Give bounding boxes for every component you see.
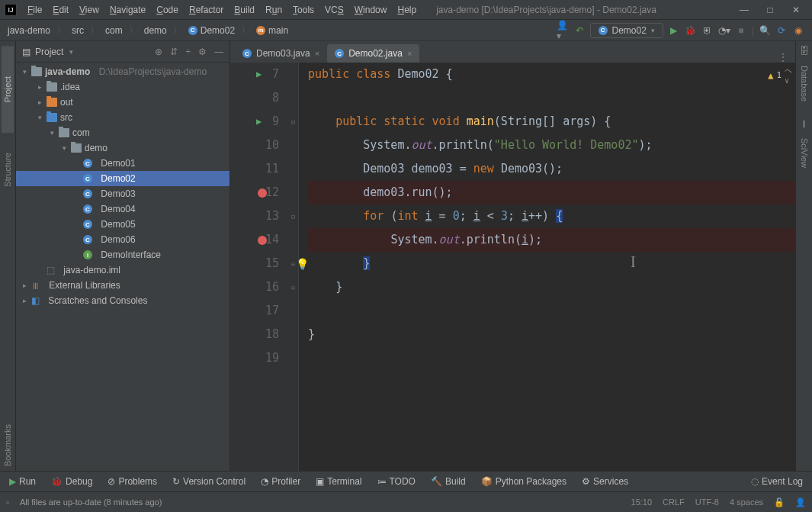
run-gutter-icon[interactable]: ▶ bbox=[256, 63, 262, 86]
fold-column[interactable]: ⊟ ⊟ 💡⊖ ⊖ bbox=[288, 63, 299, 471]
tree-scratches[interactable]: ▸◧ Scratches and Consoles bbox=[16, 293, 229, 308]
bc-com[interactable]: com bbox=[102, 24, 126, 37]
ide-icon[interactable]: ◉ bbox=[792, 24, 804, 37]
project-tree: ▾java-demo D:\IdeaProjects\java-demo ▸.i… bbox=[16, 63, 229, 471]
bc-class[interactable]: CDemo02 bbox=[185, 24, 238, 37]
tree-src[interactable]: ▾src bbox=[16, 110, 229, 125]
run-button[interactable]: ▶ bbox=[668, 24, 680, 37]
menu-file[interactable]: File bbox=[23, 3, 47, 17]
menu-navigate[interactable]: Navigate bbox=[105, 3, 150, 17]
menu-tools[interactable]: Tools bbox=[288, 3, 319, 17]
run-gutter-icon[interactable]: ▶ bbox=[256, 110, 262, 134]
bb-version-control[interactable]: ↻Version Control bbox=[169, 475, 249, 488]
code-editor[interactable]: ▶7 8 ▶9 10 11 12 13 14 15 16 17 18 19 ⊟ … bbox=[230, 63, 795, 471]
run-configuration[interactable]: CDemo02 bbox=[590, 23, 663, 38]
close-icon[interactable]: × bbox=[315, 49, 319, 58]
tree-root[interactable]: ▾java-demo D:\IdeaProjects\java-demo bbox=[16, 64, 229, 79]
tree-ext-lib[interactable]: ▸⫼ External Libraries bbox=[16, 278, 229, 293]
breakpoint-icon[interactable] bbox=[258, 236, 267, 245]
expand-all-icon[interactable]: ⇵ bbox=[170, 47, 178, 57]
status-message: All files are up-to-date (8 minutes ago) bbox=[20, 498, 621, 507]
bc-project[interactable]: java-demo bbox=[5, 24, 53, 37]
fold-icon[interactable]: ⊟ bbox=[288, 110, 298, 134]
line-separator[interactable]: CRLF bbox=[663, 498, 685, 507]
tree-file[interactable]: I DemoInterface bbox=[16, 247, 229, 262]
gutter[interactable]: ▶7 8 ▶9 10 11 12 13 14 15 16 17 18 19 bbox=[230, 63, 288, 471]
tree-file[interactable]: C Demo04 bbox=[16, 201, 229, 217]
tabs-more-icon[interactable]: ⋮ bbox=[771, 52, 795, 63]
bc-demo[interactable]: demo bbox=[141, 24, 170, 37]
tree-file-selected[interactable]: C Demo02 bbox=[16, 171, 229, 186]
menu-code[interactable]: Code bbox=[152, 3, 183, 17]
code-content[interactable]: public class Demo02 { public static void… bbox=[299, 63, 795, 471]
bb-services[interactable]: ⚙Services bbox=[579, 475, 631, 488]
close-icon[interactable]: × bbox=[407, 49, 412, 58]
bb-profiler[interactable]: ◔Profiler bbox=[258, 475, 303, 488]
coverage-button[interactable]: ⛨ bbox=[701, 24, 714, 37]
menu-view[interactable]: View bbox=[75, 3, 104, 17]
readonly-icon[interactable]: 🔓 bbox=[774, 498, 785, 507]
tree-file[interactable]: C Demo06 bbox=[16, 232, 229, 247]
tree-file[interactable]: C Demo03 bbox=[16, 186, 229, 201]
bb-run[interactable]: ▶Run bbox=[6, 475, 39, 488]
debug-button[interactable]: 🐞 bbox=[685, 24, 697, 37]
title-bar: IJ File Edit View Navigate Code Refactor… bbox=[0, 0, 812, 20]
warning-icon[interactable]: ▲ bbox=[768, 70, 773, 81]
class-icon: C bbox=[83, 235, 92, 244]
tree-demo[interactable]: ▾demo bbox=[16, 140, 229, 156]
stop-button[interactable]: ■ bbox=[735, 24, 747, 37]
tree-idea[interactable]: ▸.idea bbox=[16, 79, 229, 95]
search-icon[interactable]: 🔍 bbox=[759, 24, 771, 37]
fold-icon[interactable]: ⊟ bbox=[288, 204, 298, 228]
menu-window[interactable]: Window bbox=[350, 3, 392, 17]
add-config-icon[interactable]: 👤▾ bbox=[557, 24, 569, 37]
tree-com[interactable]: ▾com bbox=[16, 125, 229, 140]
menu-help[interactable]: Help bbox=[393, 3, 421, 17]
rail-bookmarks[interactable]: Bookmarks bbox=[3, 420, 12, 471]
sciview-icon[interactable]: ⫿ bbox=[802, 118, 807, 129]
menu-run[interactable]: Run bbox=[261, 3, 287, 17]
file-encoding[interactable]: UTF-8 bbox=[695, 498, 719, 507]
rail-structure[interactable]: Structure bbox=[3, 148, 12, 192]
tree-file[interactable]: C Demo05 bbox=[16, 217, 229, 232]
tab-demo03[interactable]: CDemo03.java× bbox=[235, 44, 327, 63]
bb-event-log[interactable]: ◌Event Log bbox=[748, 475, 806, 488]
inspection-icon[interactable]: 👤 bbox=[795, 498, 806, 507]
select-opened-icon[interactable]: ⊕ bbox=[155, 47, 162, 57]
tab-demo02[interactable]: CDemo02.java× bbox=[327, 44, 419, 63]
bc-method[interactable]: mmain bbox=[253, 24, 291, 37]
bc-src[interactable]: src bbox=[69, 24, 87, 37]
bb-python-packages[interactable]: 📦Python Packages bbox=[478, 475, 570, 488]
hide-icon[interactable]: — bbox=[214, 47, 223, 57]
rail-sciview[interactable]: SciView bbox=[800, 134, 809, 172]
settings-icon[interactable]: ⚙ bbox=[198, 47, 207, 57]
menu-vcs[interactable]: VCS bbox=[320, 3, 348, 17]
tree-iml[interactable]: ⬚ java-demo.iml bbox=[16, 262, 229, 278]
profile-button[interactable]: ◔▾ bbox=[718, 24, 730, 37]
menu-refactor[interactable]: Refactor bbox=[185, 3, 228, 17]
status-icon[interactable]: ▫ bbox=[6, 498, 9, 507]
database-icon[interactable]: 🗄 bbox=[800, 46, 809, 56]
bb-build[interactable]: 🔨Build bbox=[428, 475, 469, 488]
bb-terminal[interactable]: ▣Terminal bbox=[313, 475, 364, 488]
tree-file[interactable]: C Demo01 bbox=[16, 156, 229, 171]
tree-out[interactable]: ▸out bbox=[16, 95, 229, 110]
back-arrow-icon[interactable]: ↶ bbox=[573, 24, 586, 37]
rail-project[interactable]: Project bbox=[2, 46, 14, 133]
bb-todo[interactable]: ≔TODO bbox=[374, 475, 419, 488]
panel-title[interactable]: Project bbox=[35, 47, 150, 57]
error-stripe[interactable]: ▲1ヘ ∨ bbox=[786, 63, 795, 471]
bb-problems[interactable]: ⊘Problems bbox=[104, 475, 160, 488]
collapse-all-icon[interactable]: ÷ bbox=[185, 47, 191, 57]
menu-edit[interactable]: Edit bbox=[48, 3, 73, 17]
sync-icon[interactable]: ⟳ bbox=[775, 24, 788, 37]
menu-build[interactable]: Build bbox=[229, 3, 259, 17]
rail-database[interactable]: Database bbox=[800, 61, 809, 106]
maximize-button[interactable]: □ bbox=[759, 5, 782, 15]
minimize-button[interactable]: — bbox=[733, 5, 756, 15]
indent-settings[interactable]: 4 spaces bbox=[730, 498, 763, 507]
breakpoint-icon[interactable] bbox=[258, 188, 267, 198]
caret-position[interactable]: 15:10 bbox=[631, 498, 653, 507]
bb-debug[interactable]: 🐞Debug bbox=[48, 475, 95, 488]
close-button[interactable]: ✕ bbox=[785, 5, 807, 15]
